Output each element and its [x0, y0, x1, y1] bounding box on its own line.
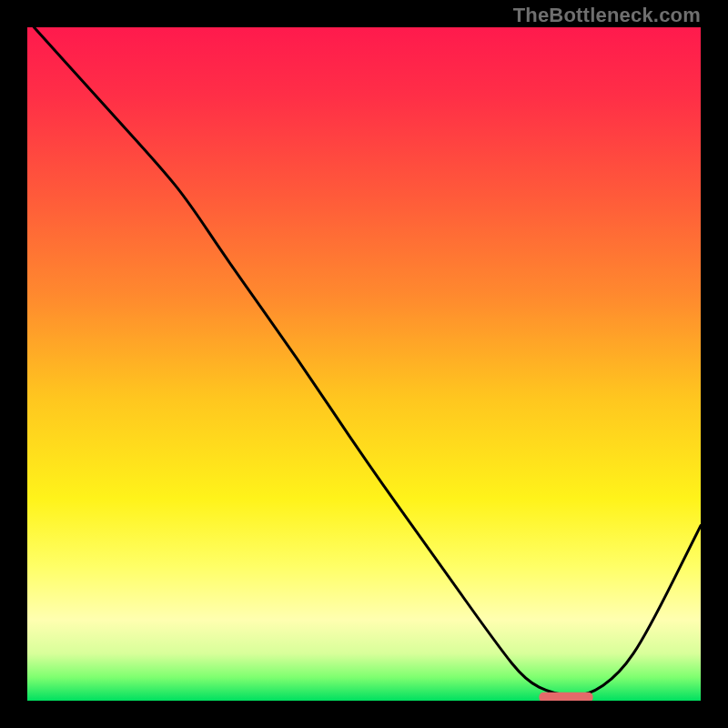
chart-container: TheBottleneck.com: [0, 0, 728, 728]
watermark-text: TheBottleneck.com: [513, 4, 701, 27]
plot-area: [27, 27, 701, 701]
gradient-background: [27, 27, 701, 701]
chart-svg: [27, 27, 701, 701]
optimal-marker: [539, 693, 592, 701]
